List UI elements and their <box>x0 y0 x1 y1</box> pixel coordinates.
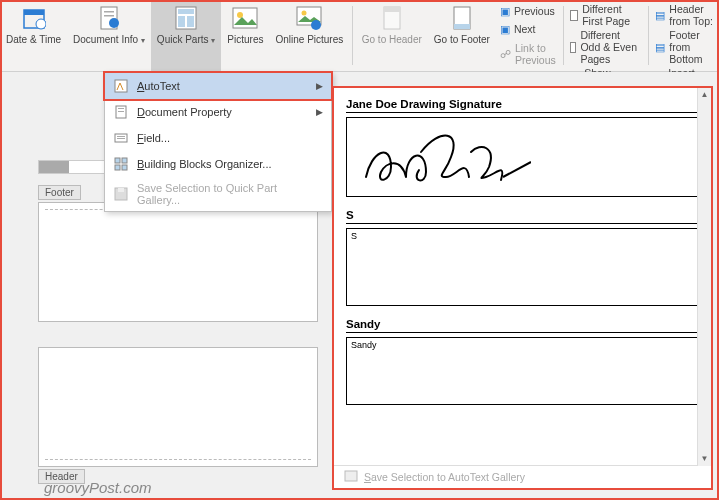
doc-property-icon <box>113 104 129 120</box>
save-icon <box>113 186 129 202</box>
svg-point-14 <box>302 11 307 16</box>
submenu-arrow-icon: ▶ <box>316 107 323 117</box>
footer-from-bottom[interactable]: ▤Footer from Bottom <box>655 28 715 66</box>
menu-save-selection: Save Selection to Quick Part Gallery... <box>105 177 331 211</box>
link-previous-button[interactable]: ☍Link to Previous <box>500 41 556 67</box>
autotext-entry-s[interactable]: S <box>346 228 699 306</box>
page-top: Header <box>38 347 318 467</box>
svg-rect-22 <box>118 108 124 109</box>
svg-rect-9 <box>178 16 185 27</box>
svg-rect-32 <box>118 188 124 192</box>
footer-pos-icon: ▤ <box>655 41 665 53</box>
gallery-heading: S <box>346 209 699 224</box>
signature-drawing <box>351 122 531 192</box>
down-icon: ▣ <box>500 23 510 35</box>
options-group: Different First Page Different Odd & Eve… <box>566 0 645 71</box>
scroll-up-icon[interactable]: ▲ <box>698 88 711 102</box>
goto-footer-button[interactable]: Go to Footer <box>428 0 496 71</box>
save-icon <box>344 470 358 484</box>
svg-rect-19 <box>454 24 470 29</box>
svg-point-12 <box>237 12 243 18</box>
up-icon: ▣ <box>500 5 510 17</box>
menu-autotext[interactable]: AAutoTextutoText ▶ <box>103 71 333 101</box>
different-odd-even-checkbox[interactable]: Different Odd & Even Pages <box>570 28 641 66</box>
scroll-down-icon[interactable]: ▼ <box>698 452 711 466</box>
menu-building-blocks[interactable]: Building Blocks Organizer...Building Blo… <box>105 151 331 177</box>
gallery-heading: Jane Doe Drawing Signature <box>346 98 699 113</box>
svg-rect-29 <box>115 165 120 170</box>
svg-point-2 <box>36 19 46 29</box>
svg-rect-30 <box>122 165 127 170</box>
svg-rect-10 <box>187 16 194 27</box>
pictures-button[interactable]: Pictures <box>221 0 269 71</box>
watermark: groovyPost.com <box>44 479 152 496</box>
goto-header-icon <box>378 4 406 32</box>
page-bottom: Footer <box>38 202 318 322</box>
goto-footer-icon <box>448 4 476 32</box>
goto-header-button[interactable]: Go to Header <box>356 0 428 71</box>
online-pictures-button[interactable]: Online Pictures <box>269 0 349 71</box>
quick-parts-menu: AAutoTextutoText ▶ Document PropertyDocu… <box>104 72 332 212</box>
pictures-icon <box>231 4 259 32</box>
different-first-checkbox[interactable]: Different First Page <box>570 2 641 28</box>
header-pos-icon: ▤ <box>655 9 665 21</box>
svg-rect-17 <box>384 7 400 12</box>
svg-rect-23 <box>118 111 124 112</box>
online-pictures-icon <box>295 4 323 32</box>
menu-field[interactable]: Field...Field... <box>105 125 331 151</box>
svg-rect-33 <box>345 471 357 481</box>
next-button[interactable]: ▣Next <box>500 22 556 36</box>
document-info-button[interactable]: Document Info ▾ <box>67 0 151 71</box>
previous-button[interactable]: ▣Previous <box>500 4 556 18</box>
autotext-entry-signature[interactable] <box>346 117 699 197</box>
svg-rect-28 <box>122 158 127 163</box>
position-group: ▤Header from Top: ▤Footer from Bottom ⇥I… <box>651 0 719 71</box>
link-icon: ☍ <box>500 48 511 60</box>
submenu-arrow-icon: ▶ <box>316 81 323 91</box>
svg-rect-27 <box>115 158 120 163</box>
gallery-footer: Save Selection to AutoText GallerySave S… <box>334 465 711 488</box>
field-icon <box>113 130 129 146</box>
quick-parts-button[interactable]: Quick Parts ▾ <box>151 0 221 71</box>
ribbon: Date & Time Document Info ▾ Quick Parts … <box>0 0 719 72</box>
quick-parts-icon <box>172 4 200 32</box>
date-time-button[interactable]: Date & Time <box>0 0 67 71</box>
svg-point-6 <box>109 18 119 28</box>
header-from-top[interactable]: ▤Header from Top: <box>655 2 715 28</box>
svg-rect-5 <box>104 15 114 17</box>
gallery-body[interactable]: Jane Doe Drawing Signature S S Sandy San… <box>334 88 711 465</box>
footer-tag: Footer <box>38 185 81 200</box>
menu-document-property[interactable]: Document PropertyDocument Property ▶ <box>105 99 331 125</box>
building-blocks-icon <box>113 156 129 172</box>
autotext-gallery: Jane Doe Drawing Signature S S Sandy San… <box>332 86 713 490</box>
gallery-heading: Sandy <box>346 318 699 333</box>
calendar-icon <box>20 4 48 32</box>
autotext-entry-sandy[interactable]: Sandy <box>346 337 699 405</box>
svg-rect-26 <box>117 138 125 139</box>
document-icon <box>95 4 123 32</box>
svg-rect-1 <box>24 10 44 15</box>
svg-point-15 <box>311 20 321 30</box>
nav-group: ▣Previous ▣Next ☍Link to Previous <box>496 0 560 71</box>
scrollbar[interactable]: ▲ ▼ <box>697 88 711 466</box>
svg-rect-4 <box>104 11 114 13</box>
svg-rect-8 <box>178 9 194 14</box>
svg-rect-25 <box>117 136 125 137</box>
autotext-icon <box>113 78 129 94</box>
